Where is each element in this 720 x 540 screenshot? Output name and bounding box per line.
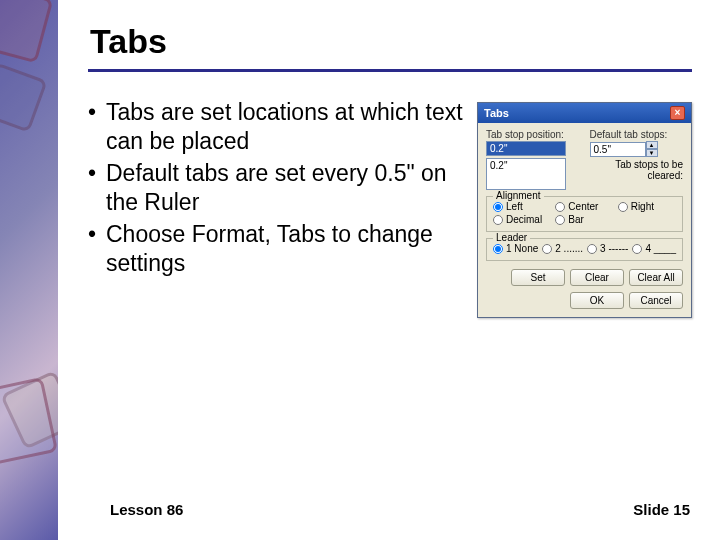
slide-footer: Lesson 86 Slide 15 [88, 501, 692, 520]
cancel-button[interactable]: Cancel [629, 292, 683, 309]
close-icon[interactable]: × [670, 106, 685, 120]
leader-legend: Leader [493, 232, 530, 243]
bullet-item: Default tabs are set every 0.5" on the R… [106, 159, 469, 218]
radio-bar[interactable]: Bar [555, 214, 613, 225]
leader-group: Leader 1 None 2 ....... 3 ------ 4 ____ [486, 238, 683, 261]
footer-lesson: Lesson 86 [110, 501, 183, 518]
slide-content: Tabs Tabs are set locations at which tex… [58, 0, 720, 540]
clear-label: Tab stops to be cleared: [590, 159, 683, 181]
radio-right[interactable]: Right [618, 201, 676, 212]
ok-button[interactable]: OK [570, 292, 624, 309]
tab-stop-list[interactable]: 0.2" [486, 158, 566, 190]
decorative-sidebar [0, 0, 58, 540]
radio-left[interactable]: Left [493, 201, 551, 212]
radio-leader-dots[interactable]: 2 ....... [542, 243, 583, 254]
footer-slide: Slide 15 [633, 501, 690, 518]
default-tabs-input[interactable]: 0.5" [590, 142, 646, 157]
tabs-dialog: Tabs × Tab stop position: 0.2" 0.2" Defa… [477, 102, 692, 318]
radio-leader-under[interactable]: 4 ____ [632, 243, 676, 254]
alignment-legend: Alignment [493, 190, 543, 201]
radio-leader-none[interactable]: 1 None [493, 243, 538, 254]
dialog-titlebar[interactable]: Tabs × [478, 103, 691, 123]
dialog-title-text: Tabs [484, 107, 509, 119]
radio-leader-dash[interactable]: 3 ------ [587, 243, 628, 254]
clear-button[interactable]: Clear [570, 269, 624, 286]
set-button[interactable]: Set [511, 269, 565, 286]
tab-stop-label: Tab stop position: [486, 129, 579, 140]
default-tabs-label: Default tab stops: [590, 129, 683, 140]
clear-all-button[interactable]: Clear All [629, 269, 683, 286]
slide-title: Tabs [88, 22, 692, 61]
tab-stop-input[interactable]: 0.2" [486, 141, 566, 156]
bullet-item: Choose Format, Tabs to change settings [106, 220, 469, 279]
spinner-buttons[interactable]: ▲▼ [646, 141, 658, 157]
bullet-item: Tabs are set locations at which text can… [106, 98, 469, 157]
radio-center[interactable]: Center [555, 201, 613, 212]
title-rule [88, 69, 692, 72]
radio-decimal[interactable]: Decimal [493, 214, 551, 225]
alignment-group: Alignment Left Center Right Decimal Bar [486, 196, 683, 232]
bullet-list: Tabs are set locations at which text can… [88, 98, 469, 501]
